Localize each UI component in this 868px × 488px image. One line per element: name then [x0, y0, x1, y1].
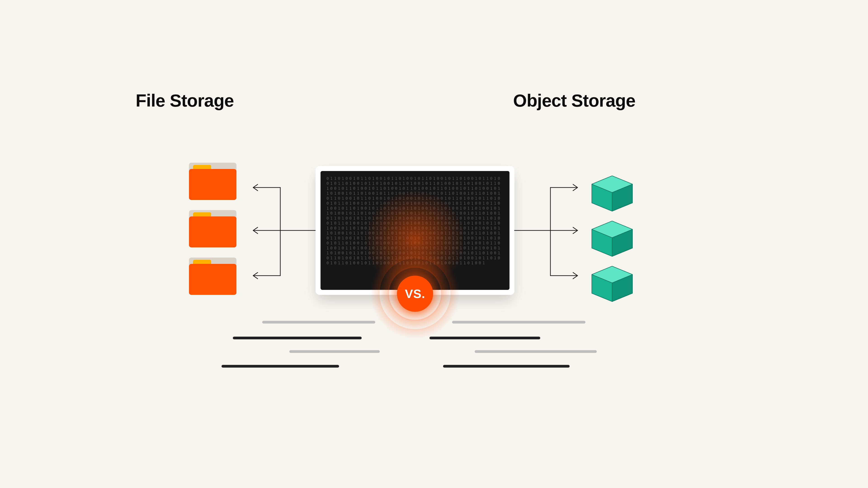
folder-icon: [189, 210, 237, 248]
vs-badge: VS.: [397, 275, 433, 312]
motion-line: [233, 337, 362, 339]
title-object-storage: Object Storage: [513, 90, 636, 111]
motion-line: [221, 365, 339, 367]
folder-icon: [189, 258, 237, 295]
cube-icon: [590, 264, 635, 303]
cube-icon: [590, 174, 635, 213]
folder-icon: [189, 163, 237, 200]
motion-line: [475, 350, 597, 353]
title-file-storage: File Storage: [135, 90, 234, 111]
motion-line: [262, 321, 375, 324]
arrows-right-icon: [514, 178, 591, 298]
arrows-left-icon: [240, 178, 316, 298]
motion-line: [289, 350, 380, 353]
cube-icon: [590, 219, 635, 258]
motion-line: [452, 321, 585, 324]
motion-line: [443, 365, 569, 367]
motion-line: [430, 337, 540, 339]
